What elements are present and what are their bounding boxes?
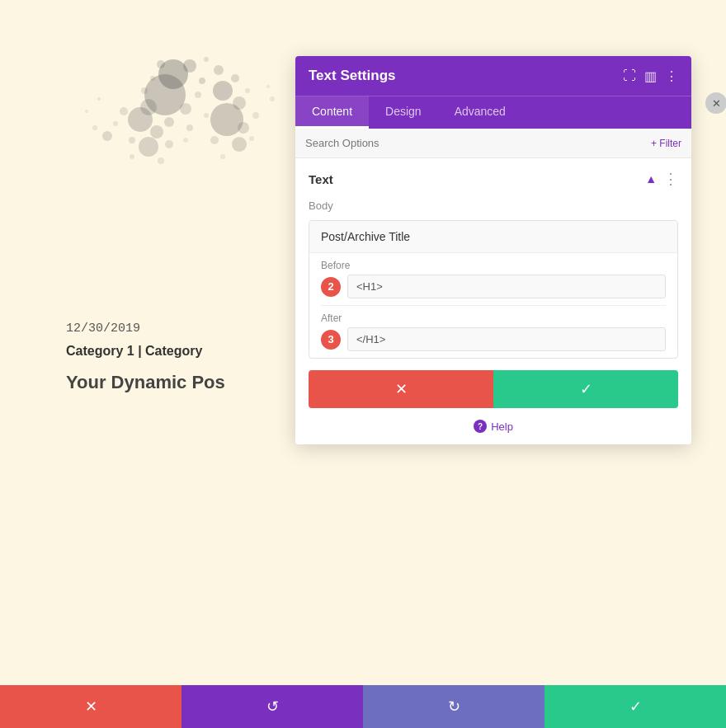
section-title: Text — [309, 172, 333, 186]
tab-content[interactable]: Content — [295, 96, 369, 129]
dynamic-block-title: Post/Archive Title — [321, 230, 410, 243]
svg-point-27 — [139, 137, 158, 157]
after-label: After — [321, 312, 666, 324]
svg-point-25 — [252, 112, 259, 119]
search-bar: + Filter — [295, 129, 691, 158]
before-input-row: 2 — [321, 275, 666, 298]
svg-point-41 — [220, 154, 225, 159]
help-icon: ? — [474, 420, 487, 433]
svg-point-31 — [183, 138, 188, 143]
left-content: 12/30/2019 Category 1 | Category Your Dy… — [66, 322, 225, 393]
more-icon[interactable]: ⋮ — [665, 68, 678, 84]
panel-body: Text ▲ ⋮ Body Post/Archive Title Before … — [295, 158, 691, 444]
tab-advanced[interactable]: Advanced — [438, 96, 522, 129]
svg-point-8 — [231, 74, 239, 82]
bottom-undo-button[interactable]: ↺ — [182, 685, 363, 728]
svg-point-15 — [245, 88, 250, 93]
svg-point-2 — [157, 60, 165, 68]
svg-point-33 — [232, 137, 247, 152]
post-category: Category 1 | Category — [66, 344, 225, 359]
svg-point-3 — [199, 77, 205, 84]
svg-point-22 — [204, 113, 209, 118]
svg-point-37 — [270, 96, 275, 101]
svg-point-23 — [210, 103, 243, 136]
svg-point-17 — [164, 117, 174, 127]
before-label: Before — [321, 260, 666, 271]
svg-point-19 — [120, 107, 128, 115]
chevron-up-icon[interactable]: ▲ — [645, 172, 657, 186]
svg-point-18 — [150, 125, 163, 139]
help-link[interactable]: ? Help — [309, 420, 678, 433]
svg-point-4 — [204, 57, 209, 62]
panel-close-button[interactable]: ✕ — [705, 92, 726, 114]
svg-point-38 — [266, 85, 270, 88]
svg-point-12 — [180, 103, 191, 115]
before-input[interactable] — [347, 275, 666, 298]
dynamic-block-header: Post/Archive Title — [309, 221, 677, 253]
expand-icon[interactable]: ⛶ — [623, 68, 636, 83]
confirm-button[interactable]: ✓ — [493, 370, 678, 408]
post-date: 12/30/2019 — [66, 322, 225, 336]
bottom-cancel-button[interactable]: ✕ — [0, 685, 182, 728]
svg-point-24 — [238, 122, 249, 134]
columns-icon[interactable]: ▥ — [644, 68, 657, 84]
search-input[interactable] — [305, 137, 651, 149]
svg-point-40 — [158, 157, 164, 164]
svg-point-7 — [213, 81, 233, 101]
post-title: Your Dynamic Pos — [66, 372, 225, 393]
tab-design[interactable]: Design — [369, 96, 438, 129]
svg-point-39 — [130, 154, 134, 159]
svg-point-21 — [186, 124, 193, 131]
splatter-decoration — [25, 49, 289, 297]
panel-tabs: Content Design Advanced — [295, 96, 691, 129]
svg-point-13 — [141, 87, 148, 94]
panel-header-icons: ⛶ ▥ ⋮ — [623, 68, 678, 84]
svg-point-1 — [183, 59, 196, 73]
svg-point-6 — [214, 65, 224, 75]
panel-header: Text Settings ⛶ ▥ ⋮ — [295, 56, 691, 96]
dynamic-block: Post/Archive Title Before 2 After 3 — [309, 220, 678, 359]
svg-point-26 — [129, 137, 135, 143]
settings-panel: Text Settings ⛶ ▥ ⋮ Content Design Advan… — [295, 56, 691, 444]
before-field-row: Before 2 — [309, 253, 677, 305]
step-badge-3: 3 — [321, 330, 341, 350]
action-buttons: ✕ ✓ — [309, 370, 678, 408]
after-input[interactable] — [347, 327, 666, 351]
help-label: Help — [491, 420, 513, 433]
after-field-row: After 3 — [309, 306, 677, 358]
svg-point-34 — [249, 136, 254, 141]
cancel-button[interactable]: ✕ — [309, 370, 493, 408]
svg-point-35 — [97, 97, 101, 101]
svg-point-16 — [128, 107, 153, 132]
body-label: Body — [309, 200, 678, 212]
section-header-icons: ▲ ⋮ — [645, 170, 678, 188]
after-input-row: 3 — [321, 327, 666, 351]
section-header: Text ▲ ⋮ — [309, 170, 678, 188]
svg-point-9 — [195, 92, 201, 98]
svg-point-36 — [85, 110, 88, 113]
filter-button[interactable]: + Filter — [651, 138, 681, 149]
svg-point-30 — [92, 125, 97, 130]
svg-point-32 — [210, 136, 219, 144]
section-more-icon[interactable]: ⋮ — [663, 170, 678, 188]
svg-point-28 — [165, 140, 173, 148]
bottom-redo-button[interactable]: ↻ — [363, 685, 544, 728]
bottom-confirm-button[interactable]: ✓ — [544, 685, 726, 728]
bottom-toolbar: ✕ ↺ ↻ ✓ — [0, 685, 726, 728]
step-badge-2: 2 — [321, 277, 341, 297]
svg-point-29 — [102, 131, 112, 141]
svg-point-20 — [113, 121, 118, 126]
panel-title: Text Settings — [309, 68, 395, 84]
